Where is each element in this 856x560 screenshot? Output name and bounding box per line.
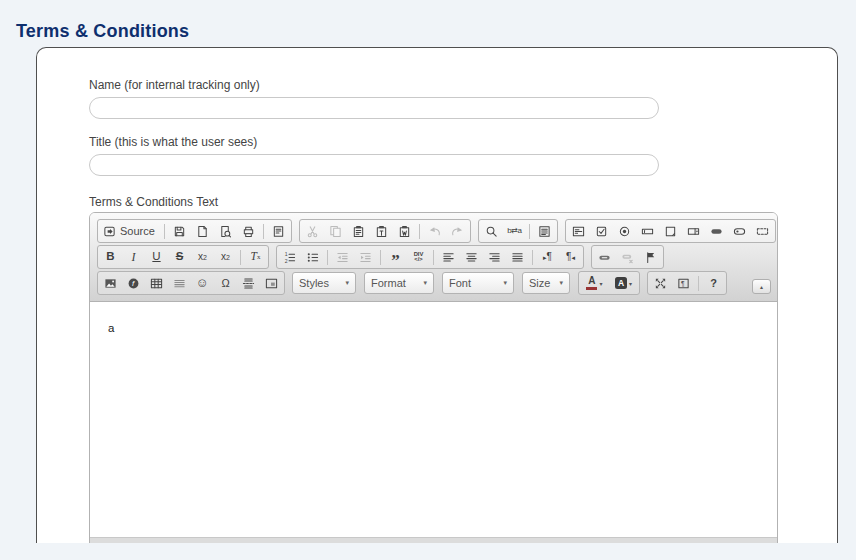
format-dropdown[interactable]: Format▾ [364,272,434,294]
templates-button[interactable] [267,221,290,241]
checkbox-button[interactable] [590,221,613,241]
align-right-icon [488,251,501,264]
source-button-label: Source [120,225,155,237]
flash-button[interactable]: f [122,273,145,293]
about-button[interactable]: ? [702,273,725,293]
toolbar-separator [529,224,530,239]
align-justify-button[interactable] [506,247,529,267]
toolbar-row: f☺ΩStyles▾Format▾Font▾Size▾A▾A▾¶? [97,271,749,295]
toolbar-row: Sourceb⇄a [97,219,749,243]
superscript-button[interactable]: x2 [214,247,237,267]
replace-button[interactable]: b⇄a [503,221,526,241]
font-dropdown[interactable]: Font▾ [442,272,514,294]
toolbar-collapse-button[interactable]: ▴ [752,279,771,294]
selection-field-button[interactable] [682,221,705,241]
toolbar-row: BIUSx2x2Tx12”DIV</>▸¶¶◂ [97,245,749,269]
redo-button[interactable] [446,221,469,241]
select-field-icon [687,225,700,238]
find-button[interactable] [480,221,503,241]
bold-icon: B [106,251,114,263]
preview-button[interactable] [214,221,237,241]
editor-bottom-bar [90,537,777,543]
undo-button[interactable] [423,221,446,241]
bold-button[interactable]: B [99,247,122,267]
page-break-button[interactable] [237,273,260,293]
about-icon: ? [710,278,717,289]
textarea-button[interactable] [659,221,682,241]
blockquote-button[interactable]: ” [384,247,407,267]
toolbar-group [299,219,471,243]
editor-content-area[interactable]: a [90,302,777,537]
paste-as-text-button[interactable] [370,221,393,241]
save-button[interactable] [168,221,191,241]
remove-format-button[interactable]: Tx [244,247,267,267]
name-input[interactable] [89,97,659,119]
special-character-button[interactable]: Ω [214,273,237,293]
image-button[interactable] [99,273,122,293]
new-page-button[interactable] [191,221,214,241]
size-dropdown[interactable]: Size▾ [522,272,570,294]
align-left-button[interactable] [437,247,460,267]
subscript-button[interactable]: x2 [191,247,214,267]
show-blocks-button[interactable]: ¶ [672,273,695,293]
preview-icon [219,225,232,238]
toolbar-group: A▾A▾ [578,271,640,295]
strike-icon: S [176,251,184,263]
strikethrough-button[interactable]: S [168,247,191,267]
maximize-button[interactable] [649,273,672,293]
bulleted-list-button[interactable] [301,247,324,267]
styles-dropdown[interactable]: Styles▾ [292,272,356,294]
cut-button[interactable] [301,221,324,241]
align-left-icon [442,251,455,264]
bidi-ltr-button[interactable]: ▸¶ [536,247,559,267]
paste-button[interactable] [347,221,370,241]
toolbar-group [565,219,776,243]
form-button[interactable] [567,221,590,241]
editor-toolbar: Sourceb⇄aBIUSx2x2Tx12”DIV</>▸¶¶◂f☺ΩStyle… [90,213,777,302]
table-button[interactable] [145,273,168,293]
flash-icon: f [127,277,140,290]
new-page-icon [196,225,209,238]
hidden-field-button[interactable] [751,221,774,241]
numbered-list-button[interactable]: 12 [278,247,301,267]
toolbar-separator [240,250,241,265]
iframe-button[interactable] [260,273,283,293]
bidi-rtl-button[interactable]: ¶◂ [559,247,582,267]
toolbar-group: ¶? [647,271,727,295]
anchor-icon [644,251,657,264]
paste-from-word-button[interactable] [393,221,416,241]
copy-button[interactable] [324,221,347,241]
show-blocks-icon: ¶ [677,277,690,290]
create-div-button[interactable]: DIV</> [407,247,430,267]
smiley-button[interactable]: ☺ [191,273,214,293]
text-field-button[interactable] [636,221,659,241]
underline-button[interactable]: U [145,247,168,267]
align-center-button[interactable] [460,247,483,267]
outdent-button[interactable] [331,247,354,267]
svg-text:1: 1 [285,251,288,257]
bidi-rtl-icon: ¶◂ [566,252,575,262]
indent-button[interactable] [354,247,377,267]
italic-button[interactable]: I [122,247,145,267]
button-element-button[interactable] [705,221,728,241]
smiley-icon: ☺ [196,277,209,290]
chevron-down-icon: ▾ [503,279,507,287]
italic-icon: I [132,251,136,263]
select-all-button[interactable] [533,221,556,241]
toolbar-separator [698,276,699,291]
text-color-button[interactable]: A▾ [580,273,609,293]
unlink-button[interactable] [616,247,639,267]
print-button[interactable] [237,221,260,241]
source-button[interactable]: Source [99,221,161,241]
anchor-button[interactable] [639,247,662,267]
radio-button[interactable] [613,221,636,241]
horizontal-rule-button[interactable] [168,273,191,293]
title-input[interactable] [89,154,659,176]
toolbar-separator [419,224,420,239]
div-icon: DIV</> [414,252,424,263]
toolbar-group: b⇄a [478,219,558,243]
align-right-button[interactable] [483,247,506,267]
background-color-button[interactable]: A▾ [609,273,638,293]
image-button-button[interactable] [728,221,751,241]
link-button[interactable] [593,247,616,267]
